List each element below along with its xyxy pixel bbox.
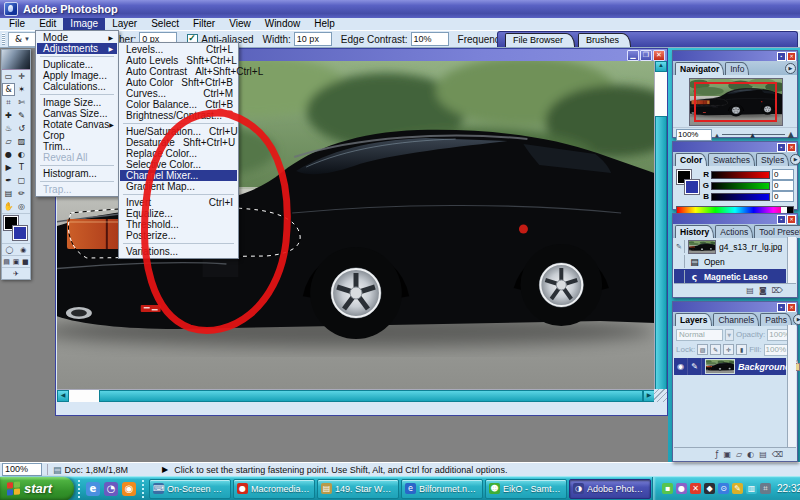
b-slider[interactable] xyxy=(711,193,770,201)
resize-grip[interactable] xyxy=(654,389,667,402)
blur-tool[interactable]: ● xyxy=(2,148,15,161)
panel-titlebar[interactable]: ▪ ✕ xyxy=(673,142,797,152)
task-eiko-samtale[interactable]: ☻EikO - Samtale xyxy=(485,479,567,499)
tab-info[interactable]: Info xyxy=(725,62,749,75)
antivirus-tray-icon[interactable]: ● xyxy=(676,483,687,494)
status-zoom-input[interactable]: 100% xyxy=(2,463,42,476)
layers-scrollbar[interactable] xyxy=(787,325,796,448)
g-value-input[interactable]: 0 xyxy=(772,180,794,191)
network-tray-icon[interactable]: ▥ xyxy=(746,483,757,494)
lock-image-icon[interactable]: ✎ xyxy=(710,344,721,355)
browser-icon[interactable]: ◔ xyxy=(104,482,118,496)
b-value-input[interactable]: 0 xyxy=(772,191,794,202)
start-button[interactable]: start xyxy=(0,477,74,500)
task-macromedia-flas[interactable]: ●Macromedia Flas... xyxy=(233,479,315,499)
menu-item-variations[interactable]: Variations... xyxy=(120,246,237,257)
menu-layer[interactable]: Layer xyxy=(105,18,144,30)
new-layer-icon[interactable]: ▤ xyxy=(759,450,767,459)
menu-item-rotate-canvas[interactable]: Rotate Canvas▶ xyxy=(37,119,117,130)
menu-item-threshold[interactable]: Threshold... xyxy=(120,219,237,230)
notes-tool[interactable]: ▤ xyxy=(2,187,15,200)
panel-minimize-icon[interactable]: ▪ xyxy=(777,52,786,61)
quick-mask-mode-icon[interactable]: ◉ xyxy=(20,246,26,254)
scroll-up-icon[interactable]: ▲ xyxy=(655,61,667,72)
eyedropper-tool[interactable]: ✏ xyxy=(15,187,28,200)
display-tray-icon[interactable]: ⌗ xyxy=(760,483,771,494)
layer-style-icon[interactable]: ƒ xyxy=(716,450,719,459)
menu-item-levels[interactable]: Levels...Ctrl+L xyxy=(120,44,237,55)
brush-tool[interactable]: ✎ xyxy=(15,109,28,122)
layer-name[interactable]: Background xyxy=(738,362,791,372)
navigator-zoom-slider[interactable]: ▲ xyxy=(722,134,785,135)
history-source-well[interactable] xyxy=(674,255,685,268)
dodge-tool[interactable]: ◐ xyxy=(15,148,28,161)
taskbar-clock[interactable]: 22:32 xyxy=(777,483,800,494)
task-adobe-photoshop[interactable]: ◑Adobe Photoshop xyxy=(569,479,651,499)
menu-item-equalize[interactable]: Equalize... xyxy=(120,208,237,219)
panel-titlebar[interactable]: ▪ ✕ xyxy=(673,302,797,312)
lock-position-icon[interactable]: ✛ xyxy=(723,344,734,355)
menu-help[interactable]: Help xyxy=(307,18,342,30)
custom-shape-tool[interactable]: ▢ xyxy=(15,174,28,187)
well-tab-brushes[interactable]: Brushes xyxy=(578,33,631,47)
g-slider[interactable] xyxy=(711,182,770,190)
vertical-scrollbar[interactable]: ▲ ▼ xyxy=(654,61,667,402)
panel-close-icon[interactable]: ✕ xyxy=(787,143,796,152)
menu-filter[interactable]: Filter xyxy=(186,18,222,30)
menu-item-brightness-contrast[interactable]: Brightness/Contrast... xyxy=(120,110,237,121)
menu-item-apply-image[interactable]: Apply Image... xyxy=(37,70,117,81)
menu-file[interactable]: File xyxy=(2,18,32,30)
menu-item-replace-color[interactable]: Replace Color... xyxy=(120,148,237,159)
background-color-swatch[interactable] xyxy=(685,180,699,194)
healing-brush-tool[interactable]: ✚ xyxy=(2,109,15,122)
panel-titlebar[interactable]: ▪ ✕ xyxy=(673,214,797,224)
width-input[interactable]: 10 px xyxy=(294,32,332,46)
layer-row-background[interactable]: ◉ ✎ Background xyxy=(674,358,786,375)
history-item-magnetic-lasso[interactable]: ςMagnetic Lasso xyxy=(674,269,786,284)
menu-item-mode[interactable]: Mode▶ xyxy=(37,32,117,43)
panel-minimize-icon[interactable]: ▪ xyxy=(777,303,786,312)
internet-explorer-icon[interactable]: e xyxy=(86,482,100,496)
menu-image[interactable]: Image xyxy=(63,18,105,30)
navigator-preview[interactable] xyxy=(689,78,783,126)
history-item-open[interactable]: ▤Open xyxy=(674,254,786,269)
delete-layer-icon[interactable]: ⌫ xyxy=(772,450,783,459)
visibility-eye-icon[interactable]: ◉ xyxy=(674,358,688,375)
pen-tray-icon[interactable]: ✎ xyxy=(732,483,743,494)
slice-tool[interactable]: ✄ xyxy=(15,96,28,109)
panel-menu-icon[interactable]: ▶ xyxy=(785,63,796,74)
new-snapshot-icon[interactable]: ◙ xyxy=(759,286,767,295)
error-tray-icon[interactable]: ✕ xyxy=(690,483,701,494)
tool-preset-picker[interactable]: & ▼ xyxy=(8,32,37,47)
jump-to-imageready-icon[interactable]: ✈ xyxy=(13,270,19,278)
history-source-well[interactable]: ✎ xyxy=(674,240,685,253)
panel-close-icon[interactable]: ✕ xyxy=(787,52,796,61)
history-scrollbar[interactable] xyxy=(787,237,796,284)
tab-history[interactable]: History xyxy=(675,225,714,238)
delete-state-icon[interactable]: ⌦ xyxy=(772,286,783,295)
move-tool[interactable]: ✛ xyxy=(15,70,28,83)
panel-close-icon[interactable]: ✕ xyxy=(787,303,796,312)
menu-window[interactable]: Window xyxy=(258,18,308,30)
type-tool[interactable]: T xyxy=(15,161,28,174)
full-screen-icon[interactable]: ■ xyxy=(22,258,29,266)
tab-channels[interactable]: Channels xyxy=(713,313,759,326)
tab-navigator[interactable]: Navigator xyxy=(675,62,724,75)
doc-size-text[interactable]: Doc: 1,8M/1,8M xyxy=(65,465,129,475)
navigator-view-box[interactable] xyxy=(694,82,777,122)
new-document-from-state-icon[interactable]: ▤ xyxy=(746,286,754,295)
lasso-tool[interactable]: & xyxy=(2,83,15,96)
pen-tool[interactable]: ✒ xyxy=(2,174,15,187)
r-value-input[interactable]: 0 xyxy=(772,169,794,180)
full-screen-menu-icon[interactable]: ▣ xyxy=(13,258,20,266)
menu-item-trim[interactable]: Trim... xyxy=(37,141,117,152)
well-tab-file-browser[interactable]: File Browser xyxy=(505,33,575,47)
standard-screen-icon[interactable]: ▤ xyxy=(3,258,10,266)
tab-layers[interactable]: Layers xyxy=(675,313,712,326)
clone-stamp-tool[interactable]: ♨ xyxy=(2,122,15,135)
menu-item-duplicate[interactable]: Duplicate... xyxy=(37,59,117,70)
menu-item-color-balance[interactable]: Color Balance...Ctrl+B xyxy=(120,99,237,110)
layer-mask-icon[interactable]: ▣ xyxy=(723,450,731,459)
menu-item-hue-saturation[interactable]: Hue/Saturation...Ctrl+U xyxy=(120,126,237,137)
horizontal-scrollbar[interactable]: ◀ ▶ xyxy=(57,389,655,402)
